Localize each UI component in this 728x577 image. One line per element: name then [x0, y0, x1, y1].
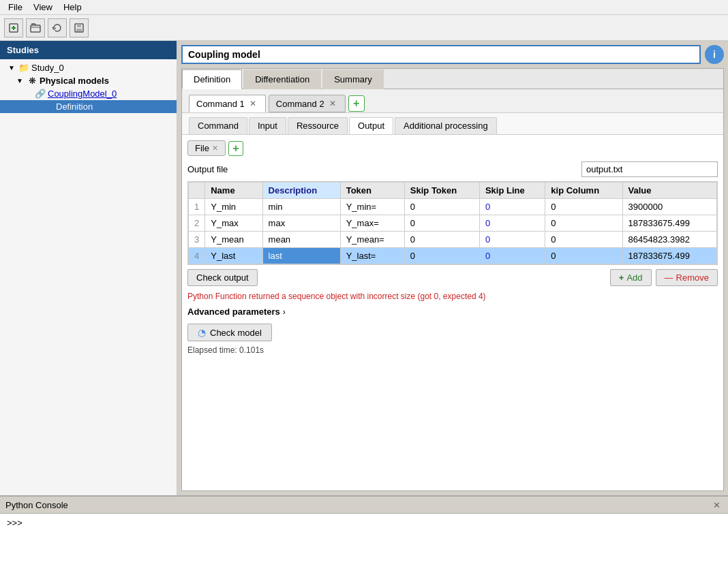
cell-value-2: 86454823.3982 [622, 232, 717, 248]
remove-row-button[interactable]: — Remove [656, 269, 718, 286]
cmd-tab-1-label: Command 1 [196, 99, 245, 109]
sub-tab-bar: Command Input Ressource Output Additiona… [182, 113, 723, 135]
menu-view[interactable]: View [28, 1, 58, 14]
advanced-params-chevron-icon: › [283, 307, 286, 317]
main-area: Studies ▼ 📁 Study_0 ▼ ❋ Physical models … [0, 41, 728, 495]
cell-desc-1: max [262, 215, 340, 232]
cell-value-0: 3900000 [622, 199, 717, 215]
col-description: Description [262, 183, 340, 199]
physical-models-label: Physical models [40, 76, 109, 86]
python-console: Python Console ✕ >>> [0, 495, 728, 577]
menu-file[interactable]: File [3, 1, 28, 14]
toolbar-reload-btn[interactable] [48, 18, 67, 37]
cell-desc-3: last [262, 248, 340, 264]
cell-skip-line-0: 0 [479, 199, 545, 215]
sub-tab-input[interactable]: Input [249, 117, 286, 134]
sub-tab-ressource[interactable]: Ressource [288, 117, 348, 134]
col-num [189, 183, 205, 199]
tab-summary[interactable]: Summary [322, 69, 384, 89]
check-output-button[interactable]: Check output [187, 269, 258, 286]
advanced-params-label: Advanced parameters [187, 307, 280, 317]
advanced-params-toggle[interactable]: Advanced parameters › [187, 302, 718, 321]
content-header: i [181, 45, 724, 64]
sidebar-item-study[interactable]: ▼ 📁 Study_0 [0, 61, 177, 74]
table-row[interactable]: 3 Y_mean mean Y_mean= 0 0 0 86454823.398… [189, 232, 717, 248]
tab-definition[interactable]: Definition [182, 69, 242, 89]
cell-skip-col-1: 0 [545, 215, 622, 232]
cmd-tab-1[interactable]: Command 1 ✕ [189, 95, 266, 112]
cell-token-2: Y_mean= [340, 232, 404, 248]
sub-tab-output[interactable]: Output [349, 117, 393, 134]
sub-tab-additional-processing[interactable]: Additional processing [395, 117, 497, 134]
top-tab-bar: Definition Differentiation Summary [182, 69, 723, 89]
sidebar-item-definition[interactable]: Definition [0, 100, 177, 113]
file-tab-1[interactable]: File ✕ [187, 140, 226, 156]
command-tab-bar: Command 1 ✕ Command 2 ✕ + [182, 89, 723, 113]
sidebar-item-coupling-model[interactable]: 🔗 CouplingModel_0 [0, 87, 177, 100]
output-panel: File ✕ + Output file [182, 135, 723, 490]
toolbar [0, 15, 728, 41]
model-title-input[interactable] [181, 45, 701, 64]
table-row[interactable]: 2 Y_max max Y_max= 0 0 0 187833675.499 [189, 215, 717, 232]
table-row[interactable]: 1 Y_min min Y_min= 0 0 0 3900000 [189, 199, 717, 215]
check-model-label: Check model [210, 328, 262, 338]
add-file-tab-button[interactable]: + [228, 141, 243, 156]
remove-label: Remove [676, 272, 709, 283]
cmd-tab-2-close-icon[interactable]: ✕ [327, 98, 338, 109]
study-arrow-icon: ▼ [8, 64, 18, 72]
tab-differentiation[interactable]: Differentiation [243, 69, 321, 89]
cell-num-1: 2 [189, 215, 205, 232]
cell-desc-2: mean [262, 232, 340, 248]
cell-desc-0: min [262, 199, 340, 215]
toolbar-open-btn[interactable] [26, 18, 45, 37]
cell-skip-col-2: 0 [545, 232, 622, 248]
cell-num-3: 4 [189, 248, 205, 264]
add-icon: + [619, 272, 624, 283]
check-model-row: ◔ Check model [187, 321, 718, 344]
cmd-tab-1-close-icon[interactable]: ✕ [247, 98, 258, 109]
coupling-model-label[interactable]: CouplingModel_0 [48, 89, 117, 99]
output-file-label: Output file [187, 164, 581, 174]
python-prompt: >>> [7, 518, 22, 528]
sub-tab-command[interactable]: Command [189, 117, 247, 134]
cell-name-3: Y_last [205, 248, 262, 264]
menu-help[interactable]: Help [58, 1, 87, 14]
content-area: i Definition Differentiation Summary Com… [177, 41, 728, 495]
cell-num-2: 3 [189, 232, 205, 248]
sidebar-item-physical-models[interactable]: ▼ ❋ Physical models [0, 74, 177, 87]
add-command-tab-button[interactable]: + [348, 95, 365, 112]
col-token: Token [340, 183, 404, 199]
output-table: Name Description Token Skip Token Skip L… [188, 182, 717, 264]
cell-name-1: Y_max [205, 215, 262, 232]
info-button[interactable]: i [705, 45, 724, 64]
cell-value-1: 187833675.499 [622, 215, 717, 232]
error-message: Python Function returned a sequence obje… [187, 290, 718, 302]
col-skip-token: Skip Token [404, 183, 479, 199]
file-tab-1-close-icon[interactable]: ✕ [212, 144, 218, 153]
physical-models-arrow-icon: ▼ [16, 77, 26, 84]
table-row[interactable]: 4 Y_last last Y_last= 0 0 0 187833675.49… [189, 248, 717, 264]
study-folder-icon: 📁 [18, 63, 30, 73]
python-console-close-button[interactable]: ✕ [710, 499, 723, 511]
toolbar-new-btn[interactable] [4, 18, 23, 37]
python-console-body[interactable]: >>> [0, 514, 728, 577]
add-row-button[interactable]: + Add [610, 269, 652, 286]
output-file-row: Output file [187, 161, 718, 177]
toolbar-save-btn[interactable] [70, 18, 89, 37]
cell-skip-token-0: 0 [404, 199, 479, 215]
col-name: Name [205, 183, 262, 199]
python-console-header: Python Console ✕ [0, 497, 728, 514]
cell-token-0: Y_min= [340, 199, 404, 215]
cell-token-1: Y_max= [340, 215, 404, 232]
table-header-row: Name Description Token Skip Token Skip L… [189, 183, 717, 199]
output-table-wrapper: Name Description Token Skip Token Skip L… [187, 181, 718, 265]
cell-skip-token-3: 0 [404, 248, 479, 264]
col-skip-line: Skip Line [479, 183, 545, 199]
check-model-button[interactable]: ◔ Check model [187, 324, 272, 341]
output-file-input[interactable] [581, 161, 718, 177]
col-skip-col: kip Column [545, 183, 622, 199]
cell-skip-col-3: 0 [545, 248, 622, 264]
definition-arrow-icon [33, 103, 42, 110]
cmd-tab-2[interactable]: Command 2 ✕ [269, 95, 346, 112]
svg-rect-5 [77, 24, 81, 27]
